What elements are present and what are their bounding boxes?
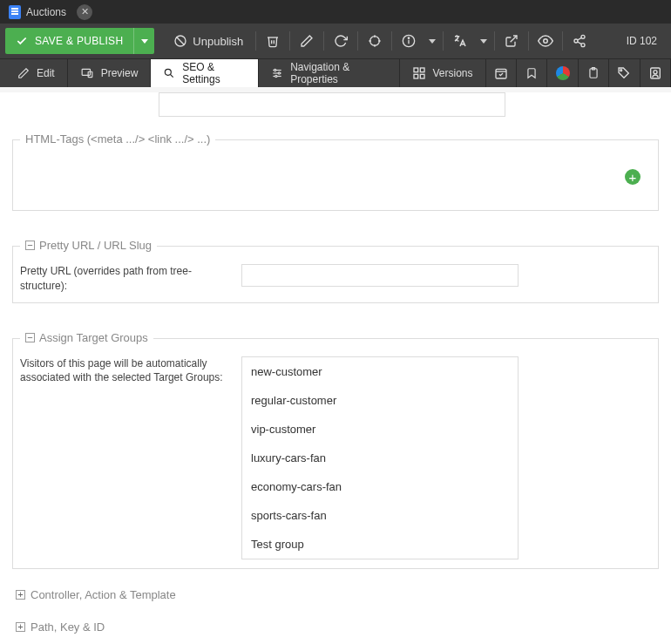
check-icon xyxy=(16,35,28,47)
pretty-url-label: Pretty URL (overrides path from tree-str… xyxy=(20,264,229,294)
tab-tags[interactable] xyxy=(609,59,640,87)
target-icon xyxy=(368,34,382,48)
svg-line-1 xyxy=(177,37,185,44)
share-icon xyxy=(573,34,586,48)
target-group-option[interactable]: sports-cars-fan xyxy=(242,501,518,530)
document-id: ID 102 xyxy=(627,35,657,47)
calendar-check-icon xyxy=(494,66,508,80)
tab-seo-settings[interactable]: SEO & Settings xyxy=(151,59,259,87)
document-subnav: Edit Preview SEO & Settings Navigation &… xyxy=(0,58,671,87)
bookmark-icon xyxy=(525,66,538,80)
legend-target-groups-text: Assign Target Groups xyxy=(39,331,148,344)
tab-versions[interactable]: Versions xyxy=(400,59,486,87)
save-publish-label: SAVE & PUBLISH xyxy=(35,35,123,47)
translate-dropdown[interactable] xyxy=(475,28,492,54)
svg-point-12 xyxy=(581,35,585,38)
target-groups-listbox[interactable]: new-customerregular-customervip-customer… xyxy=(241,356,518,559)
add-html-tag-button[interactable]: + xyxy=(625,169,640,185)
close-icon[interactable]: ✕ xyxy=(77,4,92,20)
legend-target-groups: − Assign Target Groups xyxy=(20,331,153,344)
clipboard-icon xyxy=(587,66,600,80)
svg-rect-29 xyxy=(414,74,418,78)
document-tab-bar: Auctions ✕ xyxy=(0,0,671,24)
tab-seo-label: SEO & Settings xyxy=(182,61,246,85)
tab-users[interactable] xyxy=(640,59,671,87)
legend-html-tags: HTML-Tags (<meta .../> <link .../> ...) xyxy=(20,132,215,146)
chevron-down-icon xyxy=(480,39,487,44)
collapse-icon[interactable]: − xyxy=(25,333,35,342)
expand-icon[interactable]: + xyxy=(16,590,25,600)
fieldset-pretty-url: − Pretty URL / URL Slug Pretty URL (over… xyxy=(12,246,659,303)
tab-preview[interactable]: Preview xyxy=(68,59,152,87)
pretty-url-input[interactable] xyxy=(241,264,518,287)
external-link-icon xyxy=(505,34,518,48)
tag-icon xyxy=(617,66,631,80)
section-content-master[interactable]: + Content-Master Document xyxy=(0,634,671,644)
tab-targeting[interactable] xyxy=(547,59,578,87)
reload-icon xyxy=(334,34,348,48)
open-external-button[interactable] xyxy=(497,28,526,54)
preview-eye-button[interactable] xyxy=(531,28,560,54)
rgb-circle-icon xyxy=(556,66,570,80)
target-group-option[interactable]: new-customer xyxy=(242,357,518,386)
tab-title: Auctions xyxy=(26,6,66,18)
svg-point-26 xyxy=(275,75,277,77)
target-group-option[interactable]: vip-customer xyxy=(242,415,518,444)
svg-point-9 xyxy=(409,37,410,38)
svg-point-13 xyxy=(574,39,578,43)
tab-edit[interactable]: Edit xyxy=(5,59,68,87)
save-publish-button[interactable]: SAVE & PUBLISH xyxy=(5,28,133,54)
tab-schedule[interactable] xyxy=(486,59,517,87)
info-dropdown[interactable] xyxy=(424,28,441,54)
svg-rect-31 xyxy=(496,69,506,78)
section-path-key-id[interactable]: + Path, Key & ID xyxy=(0,601,671,634)
tab-notes[interactable] xyxy=(579,59,609,87)
upper-input-box[interactable] xyxy=(159,92,505,117)
unpublish-label: Unpublish xyxy=(193,35,243,48)
content-area: HTML-Tags (<meta .../> <link .../> ...) … xyxy=(0,92,671,644)
target-button[interactable] xyxy=(360,28,390,54)
tab-versions-label: Versions xyxy=(433,67,473,79)
expand-icon[interactable]: + xyxy=(16,622,25,632)
document-tab[interactable]: Auctions ✕ xyxy=(3,1,98,24)
info-button[interactable] xyxy=(394,28,424,54)
target-group-option[interactable]: regular-customer xyxy=(242,386,518,415)
share-button[interactable] xyxy=(565,28,594,54)
collapse-icon[interactable]: − xyxy=(25,241,35,250)
tab-edit-label: Edit xyxy=(37,67,55,79)
rename-button[interactable] xyxy=(292,28,322,54)
svg-point-24 xyxy=(274,69,276,71)
svg-line-20 xyxy=(171,74,173,77)
tab-navigation-properties[interactable]: Navigation & Properties xyxy=(259,59,399,87)
translate-icon xyxy=(452,33,468,49)
target-group-option[interactable]: economy-cars-fan xyxy=(242,472,518,501)
legend-html-tags-text: HTML-Tags (<meta .../> <link .../> ...) xyxy=(25,132,210,146)
tab-preview-label: Preview xyxy=(101,67,139,79)
document-icon xyxy=(9,5,21,19)
svg-line-16 xyxy=(578,42,582,44)
target-group-option[interactable]: Test group xyxy=(242,530,518,559)
section-controller[interactable]: + Controller, Action & Template xyxy=(0,569,671,601)
save-dropdown-button[interactable] xyxy=(133,28,154,54)
svg-rect-30 xyxy=(420,74,424,78)
prohibit-icon xyxy=(173,34,187,48)
fieldset-html-tags: HTML-Tags (<meta .../> <link .../> ...) … xyxy=(12,139,659,211)
svg-rect-17 xyxy=(82,69,90,75)
target-group-option[interactable]: luxury-cars-fan xyxy=(242,444,518,472)
chevron-down-icon xyxy=(141,39,148,44)
target-groups-desc: Visitors of this page will be automatica… xyxy=(20,356,229,386)
svg-point-37 xyxy=(654,71,657,74)
devices-icon xyxy=(80,67,94,79)
tab-bookmark[interactable] xyxy=(517,59,547,87)
svg-rect-28 xyxy=(420,68,424,72)
delete-button[interactable] xyxy=(258,28,288,54)
pencil-icon xyxy=(300,34,314,48)
fieldset-target-groups: − Assign Target Groups Visitors of this … xyxy=(12,338,659,569)
svg-point-25 xyxy=(278,72,280,74)
unpublish-button[interactable]: Unpublish xyxy=(163,28,254,54)
reload-button[interactable] xyxy=(326,28,356,54)
legend-pretty-url: − Pretty URL / URL Slug xyxy=(20,239,157,252)
translate-button[interactable] xyxy=(445,28,475,54)
tab-nav-label: Navigation & Properties xyxy=(290,61,386,85)
eye-icon xyxy=(538,33,553,49)
